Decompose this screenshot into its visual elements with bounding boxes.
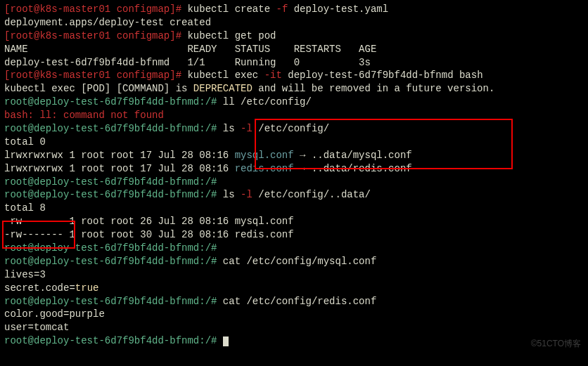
prompt-line: root@deploy-test-6d7f9bf4dd-bfnmd:/# — [4, 176, 584, 189]
cmd-line: root@deploy-test-6d7f9bf4dd-bfnmd:/# ls … — [4, 188, 584, 202]
output-line: -rw------- 1 root root 30 Jul 28 08:16 r… — [4, 228, 584, 242]
output-line: total 0 — [4, 136, 584, 149]
output-line: color.good=purple — [4, 308, 584, 321]
error-line: bash: ll: command not found — [4, 109, 584, 122]
cmd-line: root@deploy-test-6d7f9bf4dd-bfnmd:/# cat… — [4, 295, 584, 308]
output-line: NAME READY STATUS RESTARTS AGE — [4, 43, 584, 56]
terminal-output[interactable]: [root@k8s-master01 configmap]# kubectl c… — [4, 3, 584, 348]
output-line: kubectl exec [POD] [COMMAND] is DEPRECAT… — [4, 82, 584, 96]
prompt-line: root@deploy-test-6d7f9bf4dd-bfnmd:/# — [4, 242, 584, 255]
output-line: secret.code=true — [4, 282, 584, 295]
output-line: lrwxrwxrwx 1 root root 17 Jul 28 08:16 r… — [4, 162, 584, 176]
output-line: lives=3 — [4, 268, 584, 282]
cursor-icon — [223, 336, 229, 346]
cmd-line: root@deploy-test-6d7f9bf4dd-bfnmd:/# ls … — [4, 122, 584, 136]
prompt-line[interactable]: root@deploy-test-6d7f9bf4dd-bfnmd:/# — [4, 334, 584, 348]
cmd-line: root@deploy-test-6d7f9bf4dd-bfnmd:/# cat… — [4, 255, 584, 268]
cmd-line: root@deploy-test-6d7f9bf4dd-bfnmd:/# ll … — [4, 96, 584, 109]
output-line: user=tomcat — [4, 321, 584, 334]
output-line: deployment.apps/deploy-test created — [4, 16, 584, 30]
cmd-line: [root@k8s-master01 configmap]# kubectl c… — [4, 3, 584, 16]
output-line: -rw------- 1 root root 26 Jul 28 08:16 m… — [4, 215, 584, 228]
output-line: deploy-test-6d7f9bf4dd-bfnmd 1/1 Running… — [4, 56, 584, 70]
cmd-line: [root@k8s-master01 configmap]# kubectl e… — [4, 69, 584, 82]
watermark-text: ©51CTO博客 — [531, 338, 581, 349]
output-line: total 8 — [4, 202, 584, 215]
output-line: lrwxrwxrwx 1 root root 17 Jul 28 08:16 m… — [4, 149, 584, 162]
cmd-line: [root@k8s-master01 configmap]# kubectl g… — [4, 30, 584, 43]
